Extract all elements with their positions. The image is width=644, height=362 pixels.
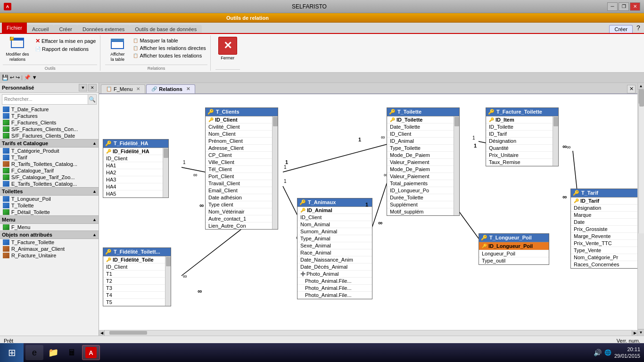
search-input[interactable] xyxy=(2,96,88,103)
key-icon: 🔑 xyxy=(106,149,111,154)
table-scrollbar[interactable] xyxy=(163,148,168,197)
scroll-down-button[interactable]: ▼ xyxy=(638,329,644,336)
tab-creer[interactable]: Créer xyxy=(54,25,77,33)
ie-app[interactable]: e xyxy=(25,345,43,360)
table-T-Fidelite-HA[interactable]: 🔑 T_Fidélité_HA 🔑 ID_Fidélité_HA ID_Clie… xyxy=(103,139,169,198)
clock-date: 29/01/2015 xyxy=(614,353,640,359)
list-item[interactable]: S/F_Factures_Clients_Con... xyxy=(0,126,99,132)
taskbar-clock[interactable]: 20:11 29/01/2015 xyxy=(614,346,640,360)
list-item[interactable]: T_Date_Facture xyxy=(0,106,99,113)
scroll-right-button[interactable]: ▶ xyxy=(632,330,637,336)
tab-fmenu[interactable]: 📋 F_Menu ✕ xyxy=(101,84,145,93)
afficher-toutes-button[interactable]: 📋 Afficher toutes les relations xyxy=(132,52,207,59)
list-item[interactable]: T_Catégorie_Produit xyxy=(0,148,99,154)
afficher-directes-button[interactable]: 📋 Afficher les relations directes xyxy=(132,45,207,51)
table-row: Nom_Animal xyxy=(297,221,372,228)
list-item[interactable]: T_Toilette xyxy=(0,202,99,209)
start-button[interactable]: ⊞ xyxy=(0,343,24,362)
table-T-Toilette[interactable]: 🔑 T_Toilette 🔑 ID_Toilette Date_Toilette… xyxy=(387,107,460,216)
tab-outils-bdd[interactable]: Outils de base de données xyxy=(130,25,202,33)
scroll-up-button[interactable]: ▲ xyxy=(638,83,644,90)
list-item[interactable]: F_Détail_Toilette xyxy=(0,209,99,215)
ribbon-help-button[interactable]: ? xyxy=(633,23,644,33)
sidebar-section-tarifs[interactable]: Tarifs et Catalogue ▲ xyxy=(0,139,99,148)
table-icon xyxy=(3,239,9,245)
list-item[interactable]: R_Tarifs_Toilettes_Catalog... xyxy=(0,161,99,167)
table-body: 🔑 ID_Toilette Date_Toilette ID_Client ID… xyxy=(387,116,459,215)
table-scrollbar[interactable] xyxy=(165,256,171,306)
tab-close-all-button[interactable]: ✕ xyxy=(627,85,636,93)
horizontal-scrollbar[interactable]: ◀ ▶ xyxy=(99,330,637,336)
table-row: ID_Animal xyxy=(387,138,459,145)
chevron-down-icon: ▲ xyxy=(92,232,97,237)
table-T-Tarif[interactable]: 🔑 T_Tarif 🔑 ID_Tarif Désignation Marque … xyxy=(570,189,637,269)
table-title: T_Fidélité_HA xyxy=(114,140,148,146)
modifier-relations-button[interactable]: 🔑 Modifier desrelations xyxy=(3,35,32,64)
list-item[interactable]: S/F_Factures_Clients_Date xyxy=(0,132,99,139)
list-item[interactable]: F_Catalogue_Tarif xyxy=(0,167,99,174)
diagram-vscrollbar[interactable]: ▲ ▼ xyxy=(637,83,644,336)
save-qa-button[interactable]: 💾 xyxy=(2,74,8,81)
dropdown-qa-button[interactable]: ▼ xyxy=(32,74,37,80)
table-T-Fidelite-Toilett[interactable]: 🔑 T_Fidélité_Toilett... 🔑 ID_Fidélité_To… xyxy=(103,247,171,306)
table-body: 🔑 ID_Longueur_Poil Longueur_Poil Type_ou… xyxy=(479,242,549,264)
table-icon xyxy=(3,107,9,112)
list-item[interactable]: T_Tarif xyxy=(0,154,99,161)
table-scrollbar[interactable] xyxy=(454,116,459,215)
calc-app[interactable]: 🖩 xyxy=(63,345,81,360)
masquer-table-button[interactable]: 📋 Masquer la table xyxy=(132,37,207,44)
list-item[interactable]: T_Factures xyxy=(0,113,99,119)
item-label: F_Factures_Clients xyxy=(11,120,56,125)
access-icon: A xyxy=(85,347,97,358)
list-item[interactable]: R_Facture_Unitaire xyxy=(0,252,99,259)
list-item[interactable]: T_Facture_Toilette xyxy=(0,239,99,246)
sidebar-nav-button[interactable]: ▼ xyxy=(79,84,87,91)
minimize-button[interactable]: ─ xyxy=(607,2,618,11)
pin-button[interactable]: 📌 xyxy=(24,74,31,81)
table-header: 🔑 T_Fidélité_Toilett... xyxy=(103,248,171,256)
list-item[interactable]: T_Longueur_Poil xyxy=(0,196,99,202)
tool-tab-label[interactable]: Outils de relation xyxy=(226,15,269,21)
sidebar-section-toilettes[interactable]: Toilettes ▲ xyxy=(0,187,99,196)
close-button[interactable]: ✕ xyxy=(630,2,640,11)
explorer-app[interactable]: 📁 xyxy=(44,345,62,360)
diagram-area[interactable]: 1 ∞ ∞ 1 ∞ 1 ∞ 1 ∞ 1 ∞ xyxy=(99,94,637,330)
table-row: HA3 xyxy=(103,176,168,183)
tab-donnees-externes[interactable]: Données externes xyxy=(77,25,130,33)
redo-button[interactable]: ↪ xyxy=(16,74,20,81)
access-app[interactable]: A xyxy=(82,345,100,360)
sidebar-close-button[interactable]: ✕ xyxy=(88,84,97,91)
search-button[interactable]: 🔍 xyxy=(88,95,96,104)
rapport-relations-button[interactable]: 📄 Rapport de relations xyxy=(34,46,97,52)
list-item[interactable]: E_Tarifs_Toilettes_Catalog... xyxy=(0,181,99,187)
table-T-Clients[interactable]: 🔑 T_Clients 🔑 ID_Client Civilité_Client … xyxy=(205,107,278,230)
restore-button[interactable]: ❐ xyxy=(619,2,629,11)
tab-fichier[interactable]: Fichier xyxy=(2,23,27,33)
list-item[interactable]: F_Menu xyxy=(0,224,99,230)
sidebar-section-menu[interactable]: Menu ▲ xyxy=(0,215,99,224)
afficher-table-button[interactable]: Afficherla table xyxy=(105,35,130,64)
sidebar-section-objets[interactable]: Objets non attribués ▲ xyxy=(0,230,99,239)
title-bar: A SELFARISTO ─ ❐ ✕ xyxy=(0,0,644,13)
table-T-Longueur-Poil[interactable]: 🔑 T_Longueur_Poil 🔑 ID_Longueur_Poil Lon… xyxy=(479,233,549,265)
undo-button[interactable]: ↩ xyxy=(10,74,14,81)
list-item[interactable]: F_Factures_Clients xyxy=(0,119,99,126)
tab-close-icon[interactable]: ✕ xyxy=(186,86,190,91)
list-item[interactable]: R_Animaux_par_Client xyxy=(0,246,99,252)
tab-creer-tool[interactable]: Créer xyxy=(609,25,633,33)
item-label: S/F_Factures_Clients_Date xyxy=(11,133,75,139)
table-T-Animaux[interactable]: 🔑 T_Animaux 🔑 ID_Animal ID_Client Nom_An… xyxy=(297,198,372,299)
scroll-left-button[interactable]: ◀ xyxy=(99,330,105,336)
effacer-mise-en-page-button[interactable]: ✕ Effacer la mise en page xyxy=(34,37,97,45)
table-T-Facture-Toilette[interactable]: 🔑 T_Facture_Toilette 🔑 ID_Item ID_Toilet… xyxy=(486,107,559,166)
table-icon xyxy=(3,113,9,119)
table-scrollbar[interactable] xyxy=(272,116,278,229)
svg-line-8 xyxy=(283,144,389,172)
tab-accueil[interactable]: Accueil xyxy=(27,25,54,33)
tab-close-icon[interactable]: ✕ xyxy=(136,86,140,91)
fermer-button[interactable]: ✕ Fermer xyxy=(215,35,240,62)
tab-relations[interactable]: 🔗 Relations ✕ xyxy=(146,84,195,93)
table-scrollbar[interactable] xyxy=(553,116,558,166)
list-item[interactable]: S/F_Catalogue_Tarif_Zoo... xyxy=(0,174,99,181)
table-row: ID_Client xyxy=(103,263,171,271)
